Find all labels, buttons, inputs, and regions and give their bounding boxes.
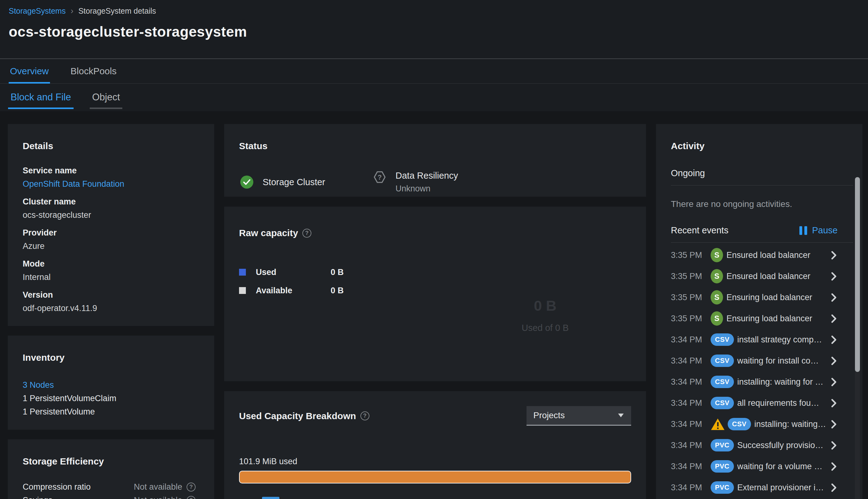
scrollbar-thumb[interactable] <box>855 177 860 372</box>
help-icon[interactable]: ? <box>361 411 369 421</box>
svg-text:?: ? <box>377 173 381 181</box>
field-value: Internal <box>23 272 199 282</box>
activity-card-title: Activity <box>671 124 847 151</box>
chevron-right-icon[interactable] <box>831 399 836 407</box>
inventory-card: Inventory 3 Nodes 1 PersistentVolumeClai… <box>8 336 214 430</box>
field-label: Mode <box>23 259 199 269</box>
activity-scrollbar[interactable] <box>855 177 860 499</box>
activity-card: Activity Ongoing There are no ongoing ac… <box>656 124 863 499</box>
tab-object[interactable]: Object <box>90 92 122 111</box>
event-icons: S <box>710 311 723 326</box>
field-label: Service name <box>23 166 199 175</box>
chevron-right-icon[interactable] <box>831 420 836 428</box>
event-message: waiting for install co… <box>737 356 831 366</box>
primary-tab-bar: Overview BlockPools <box>0 59 868 84</box>
secondary-tab-bar: Block and File Object <box>0 84 868 111</box>
pause-icon <box>800 226 807 235</box>
data-resiliency-label: Data Resiliency <box>395 171 458 181</box>
status-card: Status Storage Cluster ? <box>224 124 646 197</box>
event-row[interactable]: 3:34 PMCSVinstalling: waiting… <box>671 414 847 435</box>
service-name-link[interactable]: OpenShift Data Foundation <box>23 179 199 189</box>
page-title: ocs-storagecluster-storagesystem <box>0 16 868 40</box>
breadcrumb: StorageSystems › StorageSystem details <box>0 0 868 16</box>
tab-block-and-file[interactable]: Block and File <box>9 92 73 111</box>
breadcrumb-separator-icon: › <box>71 6 73 16</box>
capacity-breakdown-bar[interactable] <box>239 471 631 484</box>
detail-field-service-name: Service name OpenShift Data Foundation <box>23 166 199 189</box>
chevron-right-icon[interactable] <box>831 484 836 492</box>
event-row[interactable]: 3:34 PMCSVall requirements fou… <box>671 392 847 414</box>
event-row[interactable]: 3:35 PMSEnsured load balancer <box>671 266 847 287</box>
chevron-right-icon[interactable] <box>831 441 836 450</box>
event-row[interactable]: 3:35 PMSEnsuring load balancer <box>671 308 847 329</box>
divider <box>671 242 853 243</box>
event-time: 3:35 PM <box>671 314 710 324</box>
dropdown-selected-value: Projects <box>533 411 565 421</box>
storage-efficiency-card: Storage Efficiency Compression ratio Not… <box>8 439 214 499</box>
chevron-down-icon <box>618 414 624 417</box>
breakdown-by-dropdown[interactable]: Projects <box>527 406 631 426</box>
event-row[interactable]: 3:35 PMSEnsured load balancer <box>671 244 847 266</box>
used-capacity-breakdown-card: Used Capacity Breakdown ? Projects 101.9… <box>224 391 646 499</box>
service-event-icon: S <box>710 290 723 304</box>
chevron-right-icon[interactable] <box>831 378 836 386</box>
event-message: External provisioner i… <box>737 483 831 492</box>
event-row[interactable]: 3:34 PMPVCwaiting for a volume … <box>671 456 847 477</box>
donut-caption: Used of 0 B <box>491 323 600 333</box>
available-label: Available <box>256 286 331 295</box>
help-icon[interactable]: ? <box>302 229 311 238</box>
event-message: Ensured load balancer <box>727 251 831 260</box>
page-header: StorageSystems › StorageSystem details o… <box>0 0 868 111</box>
ongoing-empty-message: There are no ongoing activities. <box>671 199 847 209</box>
tab-blockpools[interactable]: BlockPools <box>69 66 118 83</box>
event-icons: CSV <box>710 354 734 367</box>
chevron-right-icon[interactable] <box>831 251 836 259</box>
chevron-right-icon[interactable] <box>831 293 836 302</box>
event-row[interactable]: 3:34 PMPVCSuccessfully provisio… <box>671 435 847 456</box>
chevron-right-icon[interactable] <box>831 272 836 281</box>
used-swatch <box>239 269 246 276</box>
service-event-icon: S <box>710 248 723 262</box>
chevron-right-icon[interactable] <box>831 314 836 323</box>
chevron-right-icon[interactable] <box>831 462 836 471</box>
csv-badge: CSV <box>728 418 751 430</box>
event-row[interactable]: 3:34 PMCSVinstall strategy comp… <box>671 329 847 350</box>
inventory-nodes-link[interactable]: 3 Nodes <box>23 378 199 392</box>
tab-overview[interactable]: Overview <box>9 66 50 83</box>
event-time: 3:34 PM <box>671 356 710 366</box>
event-row[interactable]: 3:34 PMCSVwaiting for install co… <box>671 350 847 371</box>
event-time: 3:34 PM <box>671 419 710 429</box>
pvc-badge: PVC <box>710 439 734 451</box>
field-label: Cluster name <box>23 197 199 207</box>
event-time: 3:34 PM <box>671 377 710 387</box>
chevron-right-icon[interactable] <box>831 357 836 365</box>
savings-row: Savings Not available? <box>23 494 199 499</box>
pvc-badge: PVC <box>710 481 734 494</box>
event-list: 3:35 PMSEnsured load balancer3:35 PMSEns… <box>671 244 847 499</box>
event-message: installing: waiting for … <box>737 377 831 387</box>
overview-dashboard: Details Service name OpenShift Data Foun… <box>0 111 868 499</box>
event-icons: CSV <box>710 418 751 431</box>
event-icons: CSV <box>710 333 734 346</box>
success-check-icon <box>240 175 253 188</box>
chevron-right-icon[interactable] <box>831 336 836 344</box>
storage-cluster-label: Storage Cluster <box>263 177 325 187</box>
event-row[interactable]: 3:34 PMPVCExternal provisioner i… <box>671 477 847 498</box>
pause-events-button[interactable]: Pause <box>800 225 838 235</box>
status-card-title: Status <box>239 124 631 151</box>
detail-field-cluster-name: Cluster name ocs-storagecluster <box>23 197 199 220</box>
used-value: 0 B <box>331 268 344 277</box>
available-swatch <box>239 287 246 294</box>
event-row[interactable]: 3:35 PMSEnsuring load balancer <box>671 287 847 308</box>
compression-ratio-label: Compression ratio <box>23 482 91 492</box>
detail-field-version: Version odf-operator.v4.11.9 <box>23 290 199 313</box>
service-event-icon: S <box>710 269 723 283</box>
available-value: 0 B <box>331 286 344 295</box>
inventory-pv-count: 1 PersistentVolume <box>23 405 199 418</box>
help-icon[interactable]: ? <box>187 483 196 491</box>
help-icon[interactable]: ? <box>187 496 196 499</box>
truncated-legend-link <box>262 497 279 499</box>
data-resiliency-status: ? Data Resiliency Unknown <box>373 171 458 194</box>
breadcrumb-link-storagesystems[interactable]: StorageSystems <box>9 7 65 15</box>
event-row[interactable]: 3:34 PMCSVinstalling: waiting for … <box>671 371 847 392</box>
